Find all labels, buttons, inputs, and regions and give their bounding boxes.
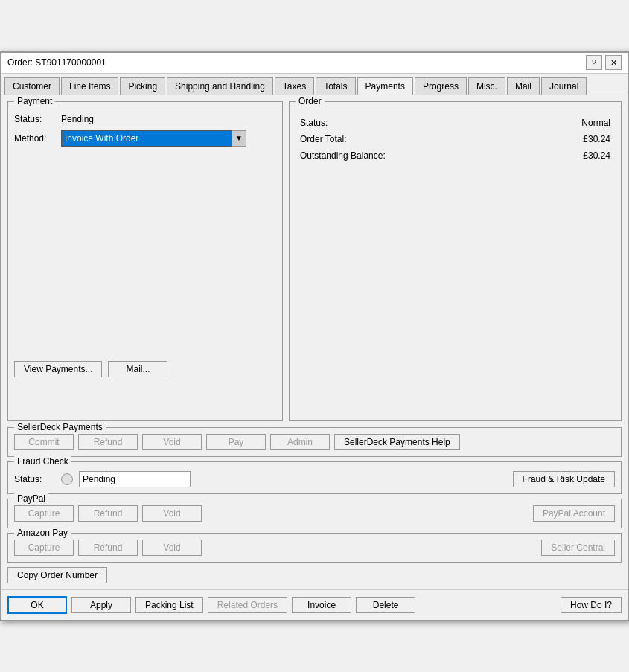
outstanding-label: Outstanding Balance: [297,148,525,163]
window-title: Order: ST901170000001 [7,57,106,68]
paypal-label: PayPal [14,493,48,504]
tab-picking[interactable]: Picking [120,77,165,95]
paypal-capture-button[interactable]: Capture [14,505,74,522]
payment-panel-label: Payment [14,96,55,106]
tab-payments[interactable]: Payments [357,77,413,95]
fraud-status-label: Status: [14,474,55,484]
order-info-table: Status: Normal Order Total: £30.24 Outst… [296,114,615,164]
window-controls: ? ✕ [586,55,622,70]
commit-button[interactable]: Commit [14,434,74,450]
outstanding-balance-row: Outstanding Balance: £30.24 [297,148,613,163]
admin-button[interactable]: Admin [270,434,330,450]
sellerdeck-buttons: Commit Refund Void Pay Admin SellerDeck … [14,434,615,450]
main-window: Order: ST901170000001 ? ✕ Customer Line … [0,51,629,621]
how-do-i-button[interactable]: How Do I? [561,597,622,613]
order-total-label: Order Total: [297,132,525,147]
payment-status-label: Status: [14,114,55,124]
copy-btn-row: Copy Order Number [7,567,622,583]
paypal-refund-button[interactable]: Refund [78,505,138,522]
fraud-update-button[interactable]: Fraud & Risk Update [513,471,615,487]
ok-button[interactable]: OK [7,596,67,614]
fraud-label: Fraud Check [14,456,71,467]
tab-taxes[interactable]: Taxes [275,77,314,95]
sellerdeck-help-button[interactable]: SellerDeck Payments Help [334,434,460,450]
sellerdeck-section: SellerDeck Payments Commit Refund Void P… [7,427,622,457]
paypal-void-button[interactable]: Void [142,505,202,522]
amazon-section: Amazon Pay Capture Refund Void Seller Ce… [7,533,622,563]
paypal-buttons: Capture Refund Void PayPal Account [14,505,615,522]
amazon-capture-button[interactable]: Capture [14,540,74,556]
payment-method-dropdown-wrapper: Invoice With Order ▼ [61,130,246,147]
delete-button[interactable]: Delete [356,597,415,613]
fraud-row: Status: Fraud & Risk Update [14,471,615,487]
tab-customer[interactable]: Customer [4,77,60,95]
title-bar: Order: ST901170000001 ? ✕ [1,53,628,74]
payment-method-label: Method: [14,133,55,144]
payment-status-row: Status: Pending [14,114,276,124]
invoice-button[interactable]: Invoice [292,597,351,613]
fraud-section: Fraud Check Status: Fraud & Risk Update [7,461,622,494]
main-content: Payment Status: Pending Method: Invoice … [1,95,628,589]
related-orders-button[interactable]: Related Orders [208,597,287,613]
amazon-refund-button[interactable]: Refund [78,540,138,556]
payment-empty-area [14,147,276,355]
help-button[interactable]: ? [586,55,602,70]
bottom-bar: OK Apply Packing List Related Orders Inv… [1,589,628,620]
payment-panel-buttons: View Payments... Mail... [14,361,276,377]
top-panels: Payment Status: Pending Method: Invoice … [7,101,622,421]
mail-button[interactable]: Mail... [108,361,167,377]
order-status-value: Normal [526,115,613,130]
tab-line-items[interactable]: Line Items [61,77,118,95]
payment-status-value: Pending [61,114,94,124]
payment-method-select[interactable]: Invoice With Order [61,130,232,147]
close-button[interactable]: ✕ [605,55,622,70]
seller-central-button[interactable]: Seller Central [541,540,615,556]
tab-journal[interactable]: Journal [541,77,587,95]
tab-totals[interactable]: Totals [316,77,355,95]
copy-order-number-button[interactable]: Copy Order Number [7,567,107,583]
tab-mail[interactable]: Mail [507,77,540,95]
sellerdeck-void-button[interactable]: Void [142,434,202,450]
payment-panel: Payment Status: Pending Method: Invoice … [7,101,283,421]
payment-method-row: Method: Invoice With Order ▼ [14,130,276,147]
order-status-row: Status: Normal [297,115,613,130]
order-panel: Order Status: Normal Order Total: £30.24… [289,101,622,421]
tab-misc[interactable]: Misc. [468,77,505,95]
order-total-row: Order Total: £30.24 [297,132,613,147]
pay-button[interactable]: Pay [206,434,266,450]
fraud-status-input[interactable] [79,471,191,487]
amazon-buttons: Capture Refund Void Seller Central [14,540,615,556]
tab-shipping[interactable]: Shipping and Handling [167,77,273,95]
sellerdeck-refund-button[interactable]: Refund [78,434,138,450]
sellerdeck-label: SellerDeck Payments [14,422,106,432]
outstanding-value: £30.24 [526,148,613,163]
paypal-account-button[interactable]: PayPal Account [533,505,615,522]
tab-bar: Customer Line Items Picking Shipping and… [1,74,628,95]
amazon-label: Amazon Pay [14,528,71,538]
order-panel-label: Order [296,96,325,106]
tab-progress[interactable]: Progress [415,77,467,95]
fraud-radio-icon [61,473,73,485]
order-total-value: £30.24 [526,132,613,147]
amazon-void-button[interactable]: Void [142,540,202,556]
apply-button[interactable]: Apply [71,597,131,613]
order-status-label: Status: [297,115,525,130]
packing-list-button[interactable]: Packing List [135,597,203,613]
dropdown-arrow-icon[interactable]: ▼ [232,130,246,147]
paypal-section: PayPal Capture Refund Void PayPal Accoun… [7,499,622,528]
view-payments-button[interactable]: View Payments... [14,361,102,377]
